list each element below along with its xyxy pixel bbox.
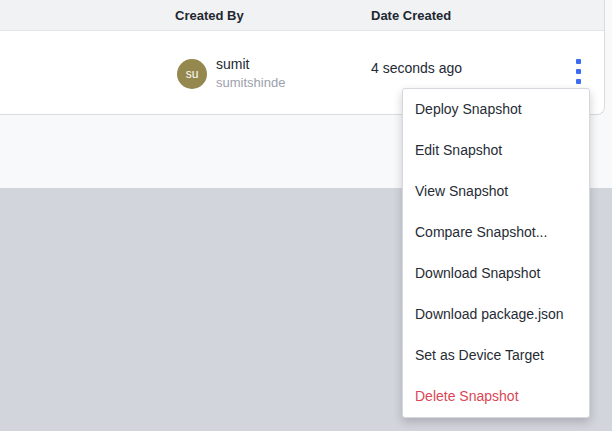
menu-item-compare-snapshot[interactable]: Compare Snapshot... (403, 212, 589, 253)
avatar: su (177, 59, 207, 89)
date-created-cell: 4 seconds ago (371, 60, 462, 76)
user-name: sumit (216, 56, 285, 73)
menu-item-download-package-json[interactable]: Download package.json (403, 294, 589, 335)
column-header-date-created: Date Created (371, 8, 451, 23)
more-vert-icon (576, 79, 581, 84)
menu-item-download-snapshot[interactable]: Download Snapshot (403, 253, 589, 294)
more-options-button[interactable] (563, 51, 593, 91)
more-vert-icon (576, 69, 581, 74)
user-username: sumitshinde (216, 75, 285, 91)
menu-item-set-as-device-target[interactable]: Set as Device Target (403, 335, 589, 376)
menu-item-edit-snapshot[interactable]: Edit Snapshot (403, 130, 589, 171)
column-header-created-by: Created By (175, 8, 244, 23)
created-by-cell: sumit sumitshinde (216, 56, 285, 90)
snapshot-context-menu: Deploy Snapshot Edit Snapshot View Snaps… (402, 88, 590, 418)
menu-item-deploy-snapshot[interactable]: Deploy Snapshot (403, 89, 589, 130)
menu-item-view-snapshot[interactable]: View Snapshot (403, 171, 589, 212)
avatar-initials: su (186, 67, 199, 81)
menu-item-delete-snapshot[interactable]: Delete Snapshot (403, 376, 589, 417)
more-vert-icon (576, 59, 581, 64)
table-header-row: Created By Date Created (0, 0, 604, 31)
